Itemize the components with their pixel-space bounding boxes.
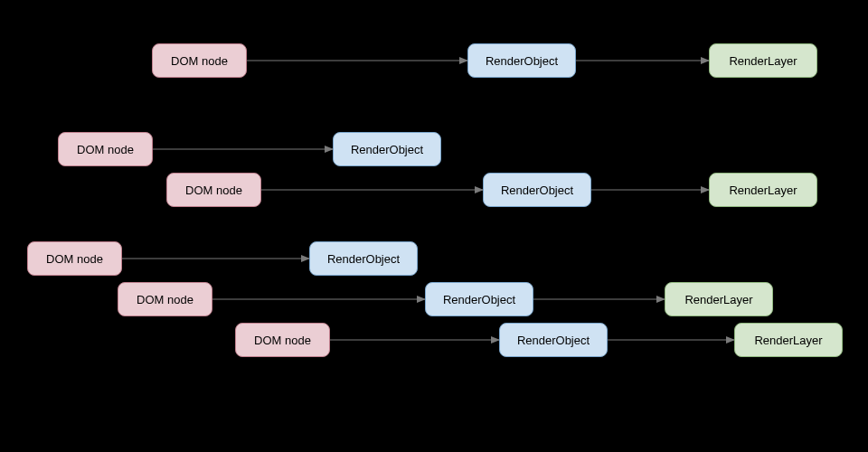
dom-node-label: DOM node (137, 293, 193, 306)
dom-node-label: DOM node (254, 334, 311, 347)
dom-node: DOM node (152, 43, 247, 78)
dom-node: DOM node (118, 282, 212, 316)
layer-node-label: RenderLayer (684, 293, 752, 306)
render-node: RenderObject (483, 173, 591, 207)
render-node-label: RenderObject (327, 252, 400, 266)
layer-node: RenderLayer (709, 43, 817, 78)
dom-node-label: DOM node (185, 184, 242, 197)
dom-node: DOM node (235, 323, 330, 357)
dom-node: DOM node (58, 132, 153, 166)
render-node: RenderObject (333, 132, 441, 166)
layer-node: RenderLayer (665, 282, 773, 316)
layer-node-label: RenderLayer (729, 184, 797, 197)
dom-node-label: DOM node (77, 143, 134, 156)
render-node-label: RenderObject (517, 334, 590, 347)
render-node-label: RenderObject (351, 143, 423, 156)
render-node: RenderObject (499, 323, 608, 357)
render-node-label: RenderObject (501, 184, 573, 197)
layer-node-label: RenderLayer (729, 54, 797, 68)
dom-node: DOM node (27, 241, 122, 276)
render-node-label: RenderObject (486, 54, 558, 68)
dom-node-label: DOM node (46, 252, 103, 266)
layer-node: RenderLayer (709, 173, 817, 207)
layer-node-label: RenderLayer (754, 334, 822, 347)
render-node-label: RenderObject (443, 293, 515, 306)
render-node: RenderObject (309, 241, 418, 276)
layer-node: RenderLayer (734, 323, 843, 357)
dom-node: DOM node (166, 173, 261, 207)
dom-node-label: DOM node (171, 54, 228, 68)
render-node: RenderObject (425, 282, 533, 316)
render-node: RenderObject (467, 43, 576, 78)
